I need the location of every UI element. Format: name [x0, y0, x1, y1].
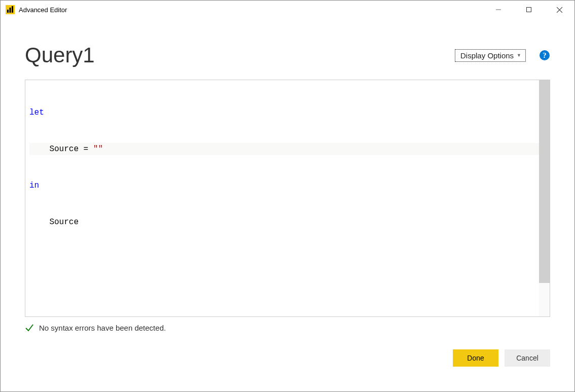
code-editor-content[interactable]: let Source = "" in Source: [25, 80, 539, 316]
footer-buttons: Done Cancel: [25, 349, 550, 367]
chevron-down-icon: ▼: [517, 53, 521, 58]
svg-rect-5: [527, 8, 531, 12]
code-token-text: [30, 218, 49, 227]
window-controls: [483, 1, 574, 19]
code-token-string: "": [93, 145, 103, 154]
code-editor[interactable]: let Source = "" in Source: [25, 80, 550, 317]
done-button[interactable]: Done: [453, 349, 498, 367]
code-token-keyword: in: [29, 181, 39, 190]
checkmark-icon: [25, 323, 34, 332]
maximize-button[interactable]: [514, 1, 544, 19]
maximize-icon: [526, 7, 532, 13]
code-token-keyword: let: [29, 108, 44, 117]
svg-rect-3: [12, 6, 13, 13]
scrollbar-thumb[interactable]: [539, 80, 550, 283]
display-options-label: Display Options: [460, 51, 514, 60]
display-options-dropdown[interactable]: Display Options ▼: [455, 49, 526, 62]
cancel-button[interactable]: Cancel: [505, 349, 550, 367]
query-name: Query1: [25, 43, 95, 67]
app-icon: [6, 5, 15, 14]
minimize-button[interactable]: [483, 1, 514, 19]
code-token-text: Source: [49, 218, 79, 227]
title-bar: Advanced Editor: [1, 1, 574, 19]
scrollbar-vertical[interactable]: [539, 80, 550, 316]
help-icon[interactable]: ?: [539, 50, 550, 61]
minimize-icon: [495, 7, 501, 13]
svg-rect-1: [7, 10, 9, 13]
code-token-text: [30, 145, 49, 154]
window-title: Advanced Editor: [19, 6, 67, 14]
close-button[interactable]: [544, 1, 574, 19]
code-token-text: Source =: [49, 145, 93, 154]
status-bar: No syntax errors have been detected.: [25, 323, 550, 332]
svg-rect-2: [10, 8, 11, 13]
status-message: No syntax errors have been detected.: [39, 324, 166, 332]
header-row: Query1 Display Options ▼ ?: [25, 43, 550, 67]
svg-text:?: ?: [543, 51, 547, 59]
close-icon: [556, 7, 563, 13]
